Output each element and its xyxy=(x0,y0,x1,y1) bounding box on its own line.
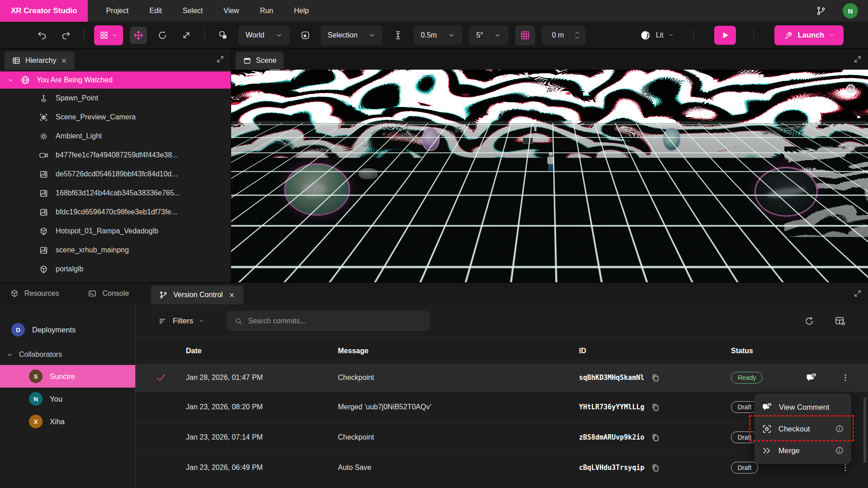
menu-view[interactable]: View xyxy=(223,7,239,15)
column-header-status[interactable]: Status xyxy=(731,347,799,355)
move-tool-button[interactable] xyxy=(130,27,147,44)
expand-panel-icon[interactable] xyxy=(216,55,224,63)
viewport-settings-gear-icon[interactable] xyxy=(844,82,857,95)
hierarchy-item-preview-camera[interactable]: Scene_Preview_Camera xyxy=(0,108,231,127)
redo-button[interactable] xyxy=(57,27,75,44)
commit-date: Jan 23, 2026, 07:14 PM xyxy=(186,433,338,441)
portal-sphere-right[interactable] xyxy=(663,128,681,151)
hierarchy-item-hotspot-model[interactable]: Hotspot_01_Rampa_Vedadoglb xyxy=(0,222,231,241)
info-icon[interactable] xyxy=(835,446,844,455)
pivot-target-select[interactable]: Selection xyxy=(321,25,383,45)
hierarchy-item-image-3[interactable]: bfdc19cd6596470c98fee3eb1df73fe... xyxy=(0,203,231,222)
pivot-mode-button[interactable] xyxy=(297,27,314,44)
player-avatar-figure[interactable] xyxy=(547,152,554,172)
grid-size-select[interactable]: 0.5m xyxy=(413,25,462,45)
hierarchy-item-scene-image[interactable]: scene_xrhub_mainpng xyxy=(0,241,231,260)
comment-icon[interactable] xyxy=(806,372,817,384)
grid-toggle-button[interactable] xyxy=(515,25,535,45)
collaborator-xiha[interactable]: X Xiha xyxy=(0,410,135,433)
table-settings-icon[interactable] xyxy=(835,315,846,327)
scale-tool-button[interactable] xyxy=(178,27,195,44)
close-icon[interactable] xyxy=(61,57,67,64)
menu-select[interactable]: Select xyxy=(183,7,203,15)
expand-panel-icon[interactable] xyxy=(854,55,862,63)
version-control-branch-icon[interactable] xyxy=(816,5,826,16)
tab-version-control[interactable]: Version Control xyxy=(151,285,243,304)
close-icon[interactable] xyxy=(228,292,235,298)
sidebar-item-deployments[interactable]: D Deployments xyxy=(0,319,135,341)
3d-viewport[interactable] xyxy=(231,70,868,282)
commit-id: zBS8dmARUvp9k2io xyxy=(579,433,645,441)
tab-scene[interactable]: Scene xyxy=(236,52,284,70)
portal-aerial-left[interactable] xyxy=(284,163,350,216)
menu-project[interactable]: Project xyxy=(106,7,128,15)
kebab-menu-icon[interactable] xyxy=(841,373,850,382)
menu-item-merge[interactable]: Merge xyxy=(754,440,851,461)
commit-row[interactable]: Jan 28, 2026, 01:47 PM Checkpoint sqBhKD… xyxy=(136,364,868,392)
transform-space-select[interactable]: World xyxy=(238,25,290,45)
rock-object[interactable] xyxy=(359,168,378,179)
shading-mode-select[interactable]: Lit xyxy=(640,29,674,41)
menubar: XR Creator Studio Project Edit Select Vi… xyxy=(0,0,868,22)
distant-object xyxy=(523,137,533,144)
collaborator-you[interactable]: N You xyxy=(0,388,135,410)
collaborator-avatar: X xyxy=(29,415,43,428)
copy-id-icon[interactable] xyxy=(651,403,660,412)
snap-height-icon[interactable] xyxy=(389,27,407,44)
menu-run[interactable]: Run xyxy=(260,7,273,15)
play-icon xyxy=(721,31,730,40)
kebab-menu-icon[interactable] xyxy=(841,463,850,472)
merge-icon xyxy=(762,445,772,456)
commit-date: Jan 23, 2026, 06:49 PM xyxy=(186,464,338,472)
column-header-id[interactable]: ID xyxy=(579,347,731,355)
launch-button[interactable]: Launch xyxy=(774,25,844,45)
hierarchy-item-video[interactable]: b477fee1c7fa494087259df4f443e38... xyxy=(0,146,231,165)
hierarchy-item-image-2[interactable]: 168bf63d124b44cab345a38336e765... xyxy=(0,184,231,203)
hierarchy-item-portal-model[interactable]: portalglb xyxy=(0,260,231,279)
light-icon xyxy=(39,132,48,141)
status-badge: Draft xyxy=(731,462,758,474)
copy-id-icon[interactable] xyxy=(651,373,660,382)
hierarchy-root-node[interactable]: You Are Being Watched xyxy=(0,71,231,89)
rotate-tool-button[interactable] xyxy=(154,27,171,44)
tab-hierarchy[interactable]: Hierarchy xyxy=(5,52,75,70)
portal-ship-right[interactable] xyxy=(754,167,818,217)
rotation-snap-select[interactable]: 5° xyxy=(469,25,508,45)
duplicate-icon-button[interactable] xyxy=(214,27,232,44)
filters-button[interactable]: Filters xyxy=(158,317,204,326)
portal-sphere-left[interactable] xyxy=(422,128,440,151)
scrollbar-thumb[interactable] xyxy=(863,397,866,463)
elevation-stepper[interactable]: 0 m xyxy=(542,25,586,45)
expand-panel-icon[interactable] xyxy=(854,289,862,298)
layout-grid-dropdown-button[interactable] xyxy=(94,25,123,45)
menu-help[interactable]: Help xyxy=(294,7,309,15)
collaborator-suncire[interactable]: S Suncire xyxy=(0,365,135,388)
menu-edit[interactable]: Edit xyxy=(149,7,162,15)
copy-id-icon[interactable] xyxy=(651,463,660,472)
tab-resources[interactable]: Resources xyxy=(10,289,59,298)
terminal-icon xyxy=(88,289,97,298)
menu-item-checkout[interactable]: Checkout xyxy=(754,418,851,440)
tab-console[interactable]: Console xyxy=(88,289,129,298)
info-icon[interactable] xyxy=(835,424,844,433)
user-avatar[interactable]: N xyxy=(843,3,858,19)
chevron-down-icon[interactable] xyxy=(7,77,14,84)
commit-id: cBqLVHdu3Trsyqip xyxy=(579,464,645,472)
hierarchy-item-ambient-light[interactable]: Ambient_Light xyxy=(0,127,231,146)
column-header-date[interactable]: Date xyxy=(186,347,338,355)
hierarchy-item-spawn-point[interactable]: Spawn_Point xyxy=(0,89,231,108)
column-header-message[interactable]: Message xyxy=(338,347,579,355)
image-icon xyxy=(39,170,48,179)
app-brand[interactable]: XR Creator Studio xyxy=(0,0,88,22)
copy-id-icon[interactable] xyxy=(651,433,660,442)
distant-figure xyxy=(534,126,536,131)
menu-item-view-comment[interactable]: View Comment xyxy=(754,396,851,418)
collaborators-group-header[interactable]: Collaborators xyxy=(0,344,135,365)
refresh-icon[interactable] xyxy=(804,316,815,327)
hierarchy-item-image-1[interactable]: de55726dcd0546189bbf43fc84d10d... xyxy=(0,165,231,184)
search-commits-input[interactable] xyxy=(248,317,422,325)
play-button[interactable] xyxy=(714,26,736,45)
undo-button[interactable] xyxy=(33,27,51,44)
search-commits-box[interactable] xyxy=(227,311,430,331)
bottom-panel: Resources Console Version Control D Depl… xyxy=(0,282,868,488)
